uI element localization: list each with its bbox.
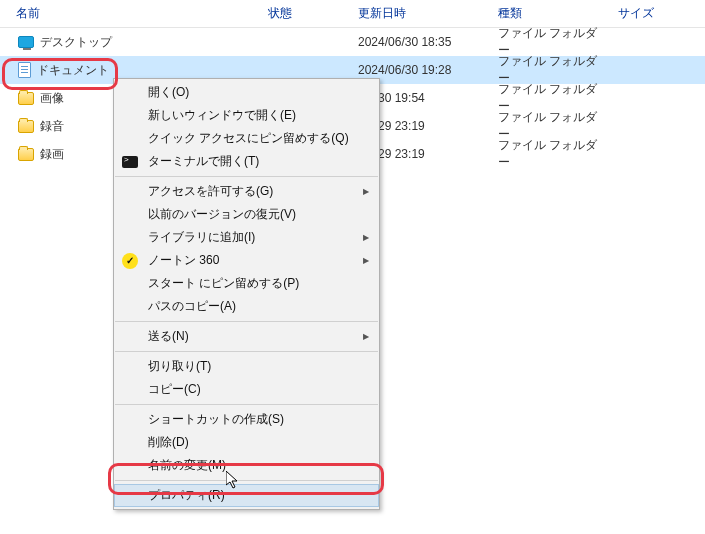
menu-copy[interactable]: コピー(C) bbox=[114, 378, 379, 401]
menu-create-shortcut[interactable]: ショートカットの作成(S) bbox=[114, 408, 379, 431]
menu-open-new-window[interactable]: 新しいウィンドウで開く(E) bbox=[114, 104, 379, 127]
folder-icon bbox=[18, 148, 34, 161]
menu-separator bbox=[115, 321, 378, 322]
item-name: 録画 bbox=[40, 146, 64, 163]
menu-norton[interactable]: ノートン 360 bbox=[114, 249, 379, 272]
column-headers: 名前 状態 更新日時 種類 サイズ bbox=[0, 0, 705, 28]
norton-icon bbox=[122, 253, 138, 269]
menu-cut[interactable]: 切り取り(T) bbox=[114, 355, 379, 378]
item-type: ファイル フォルダー bbox=[490, 137, 610, 171]
terminal-icon bbox=[122, 154, 138, 170]
column-header-date[interactable]: 更新日時 bbox=[350, 0, 490, 27]
menu-send-to[interactable]: 送る(N) bbox=[114, 325, 379, 348]
context-menu: 開く(O) 新しいウィンドウで開く(E) クイック アクセスにピン留めする(Q)… bbox=[113, 78, 380, 510]
item-name: デスクトップ bbox=[40, 34, 112, 51]
item-name: 画像 bbox=[40, 90, 64, 107]
menu-pin-quick-access[interactable]: クイック アクセスにピン留めする(Q) bbox=[114, 127, 379, 150]
menu-separator bbox=[115, 480, 378, 481]
menu-restore-previous[interactable]: 以前のバージョンの復元(V) bbox=[114, 203, 379, 226]
item-date: 2024/06/30 19:28 bbox=[350, 63, 490, 77]
item-date: 2024/06/30 18:35 bbox=[350, 35, 490, 49]
column-header-status[interactable]: 状態 bbox=[260, 0, 350, 27]
folder-icon bbox=[18, 120, 34, 133]
menu-delete[interactable]: 削除(D) bbox=[114, 431, 379, 454]
column-header-size[interactable]: サイズ bbox=[610, 0, 690, 27]
menu-copy-path[interactable]: パスのコピー(A) bbox=[114, 295, 379, 318]
menu-rename[interactable]: 名前の変更(M) bbox=[114, 454, 379, 477]
menu-separator bbox=[115, 404, 378, 405]
menu-separator bbox=[115, 176, 378, 177]
column-header-type[interactable]: 種類 bbox=[490, 0, 610, 27]
menu-open-terminal[interactable]: ターミナルで開く(T) bbox=[114, 150, 379, 173]
item-name: ドキュメント bbox=[37, 62, 109, 79]
document-icon bbox=[18, 62, 31, 78]
folder-icon bbox=[18, 92, 34, 105]
menu-grant-access[interactable]: アクセスを許可する(G) bbox=[114, 180, 379, 203]
menu-open[interactable]: 開く(O) bbox=[114, 81, 379, 104]
item-name: 録音 bbox=[40, 118, 64, 135]
menu-properties[interactable]: プロパティ(R) bbox=[114, 484, 379, 507]
menu-pin-start[interactable]: スタート にピン留めする(P) bbox=[114, 272, 379, 295]
column-header-name[interactable]: 名前 bbox=[0, 0, 260, 27]
menu-separator bbox=[115, 351, 378, 352]
desktop-icon bbox=[18, 36, 34, 48]
menu-add-library[interactable]: ライブラリに追加(I) bbox=[114, 226, 379, 249]
list-item[interactable]: デスクトップ 2024/06/30 18:35 ファイル フォルダー bbox=[0, 28, 705, 56]
